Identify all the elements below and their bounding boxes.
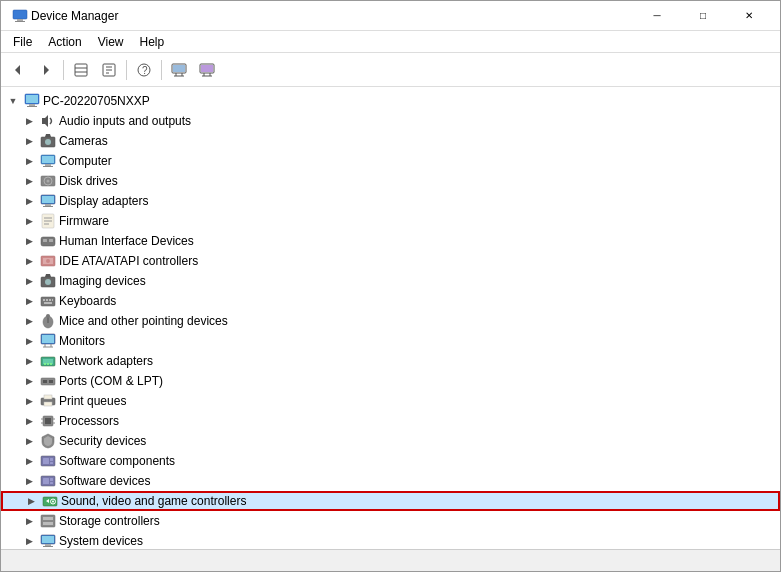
toolbar-separator-2: [126, 60, 127, 80]
expand-icon-softwaredevices: ▶: [21, 473, 37, 489]
tree-item-storagecontrollers[interactable]: ▶ Storage controllers: [1, 511, 780, 531]
icon-diskdrives: [40, 173, 56, 189]
expand-icon-hid: ▶: [21, 233, 37, 249]
label-computer: Computer: [59, 154, 112, 168]
tree-item-monitors[interactable]: ▶ Monitors: [1, 331, 780, 351]
tree-item-sound[interactable]: ▶ Sound, video and game controllers: [1, 491, 780, 511]
tree-items: ▶ Audio inputs and outputs ▶ Cameras ▶ C…: [1, 111, 780, 549]
icon-imaging: [40, 273, 56, 289]
label-imaging: Imaging devices: [59, 274, 146, 288]
icon-systemdevices: [40, 533, 56, 549]
svg-rect-93: [50, 482, 53, 484]
tree-item-hid[interactable]: ▶ Human Interface Devices: [1, 231, 780, 251]
expand-icon-sound: ▶: [23, 493, 39, 509]
svg-marker-54: [45, 274, 51, 277]
icon-mice: [40, 313, 56, 329]
tree-item-firmware[interactable]: ▶ Firmware: [1, 211, 780, 231]
svg-rect-2: [15, 21, 25, 22]
tree-item-imaging[interactable]: ▶ Imaging devices: [1, 271, 780, 291]
toolbar-monitor-button[interactable]: [166, 57, 192, 83]
toolbar-back-button[interactable]: [5, 57, 31, 83]
icon-ide: [40, 253, 56, 269]
tree-item-systemdevices[interactable]: ▶ System devices: [1, 531, 780, 549]
svg-rect-0: [13, 10, 27, 19]
icon-network: [40, 353, 56, 369]
svg-rect-27: [27, 106, 37, 107]
tree-item-computer[interactable]: ▶ Computer: [1, 151, 780, 171]
tree-item-network[interactable]: ▶ Network adapters: [1, 351, 780, 371]
expand-icon-monitors: ▶: [21, 333, 37, 349]
icon-computer: [40, 153, 56, 169]
tree-item-diskdrives[interactable]: ▶ Disk drives: [1, 171, 780, 191]
label-ide: IDE ATA/ATAPI controllers: [59, 254, 198, 268]
tree-item-ide[interactable]: ▶ IDE ATA/ATAPI controllers: [1, 251, 780, 271]
svg-point-37: [47, 180, 50, 183]
toolbar-separator-3: [161, 60, 162, 80]
icon-storagecontrollers: [40, 513, 56, 529]
maximize-button[interactable]: □: [680, 1, 726, 31]
icon-security: [40, 433, 56, 449]
label-cameras: Cameras: [59, 134, 108, 148]
svg-rect-59: [52, 299, 53, 301]
tree-item-keyboards[interactable]: ▶ Keyboards: [1, 291, 780, 311]
tree-root[interactable]: ▼ PC-20220705NXXP: [1, 91, 780, 111]
svg-rect-103: [43, 546, 53, 547]
svg-rect-78: [44, 395, 52, 399]
tree-item-security[interactable]: ▶ Security devices: [1, 431, 780, 451]
expand-icon-diskdrives: ▶: [21, 173, 37, 189]
expand-icon-mice: ▶: [21, 313, 37, 329]
svg-rect-89: [50, 462, 53, 464]
icon-softwaredevices: [40, 473, 56, 489]
svg-rect-75: [43, 380, 47, 383]
expand-icon-imaging: ▶: [21, 273, 37, 289]
label-firmware: Firmware: [59, 214, 109, 228]
toolbar-screen-button[interactable]: [194, 57, 220, 83]
tree-item-ports[interactable]: ▶ Ports (COM & LPT): [1, 371, 780, 391]
toolbar-properties-button[interactable]: [96, 57, 122, 83]
toolbar-tree-button[interactable]: [68, 57, 94, 83]
svg-point-71: [44, 363, 46, 365]
label-network: Network adapters: [59, 354, 153, 368]
menu-view[interactable]: View: [90, 31, 132, 52]
menu-help[interactable]: Help: [132, 31, 173, 52]
expand-icon-computer: ▶: [21, 153, 37, 169]
tree-item-softwarecomponents[interactable]: ▶ Software components: [1, 451, 780, 471]
toolbar-help-button[interactable]: ?: [131, 57, 157, 83]
device-tree[interactable]: ▼ PC-20220705NXXP ▶ Audio inputs and out…: [1, 87, 780, 549]
svg-rect-98: [43, 517, 53, 520]
icon-cameras: [40, 133, 56, 149]
tree-item-audio[interactable]: ▶ Audio inputs and outputs: [1, 111, 780, 131]
expand-icon-processors: ▶: [21, 413, 37, 429]
label-audio: Audio inputs and outputs: [59, 114, 191, 128]
svg-rect-20: [201, 65, 213, 72]
svg-rect-99: [43, 522, 53, 525]
svg-rect-76: [49, 380, 53, 383]
svg-point-73: [50, 363, 52, 365]
tree-item-printqueues[interactable]: ▶ Print queues: [1, 391, 780, 411]
expand-icon-displayadapters: ▶: [21, 193, 37, 209]
svg-marker-30: [45, 134, 51, 137]
minimize-button[interactable]: ─: [634, 1, 680, 31]
tree-item-mice[interactable]: ▶ Mice and other pointing devices: [1, 311, 780, 331]
menu-action[interactable]: Action: [40, 31, 89, 52]
icon-monitors: [40, 333, 56, 349]
svg-rect-15: [173, 65, 185, 72]
close-button[interactable]: ✕: [726, 1, 772, 31]
svg-point-29: [45, 139, 51, 145]
icon-processors: [40, 413, 56, 429]
expand-icon-systemdevices: ▶: [21, 533, 37, 549]
label-storagecontrollers: Storage controllers: [59, 514, 160, 528]
svg-rect-56: [43, 299, 45, 301]
svg-rect-57: [46, 299, 48, 301]
tree-item-processors[interactable]: ▶ Processors: [1, 411, 780, 431]
label-ports: Ports (COM & LPT): [59, 374, 163, 388]
toolbar-forward-button[interactable]: [33, 57, 59, 83]
menu-file[interactable]: File: [5, 31, 40, 52]
tree-item-displayadapters[interactable]: ▶ Display adapters: [1, 191, 780, 211]
label-processors: Processors: [59, 414, 119, 428]
tree-item-cameras[interactable]: ▶ Cameras: [1, 131, 780, 151]
svg-rect-87: [43, 458, 49, 464]
svg-rect-33: [45, 164, 51, 166]
tree-item-softwaredevices[interactable]: ▶ Software devices: [1, 471, 780, 491]
svg-rect-26: [29, 104, 35, 106]
